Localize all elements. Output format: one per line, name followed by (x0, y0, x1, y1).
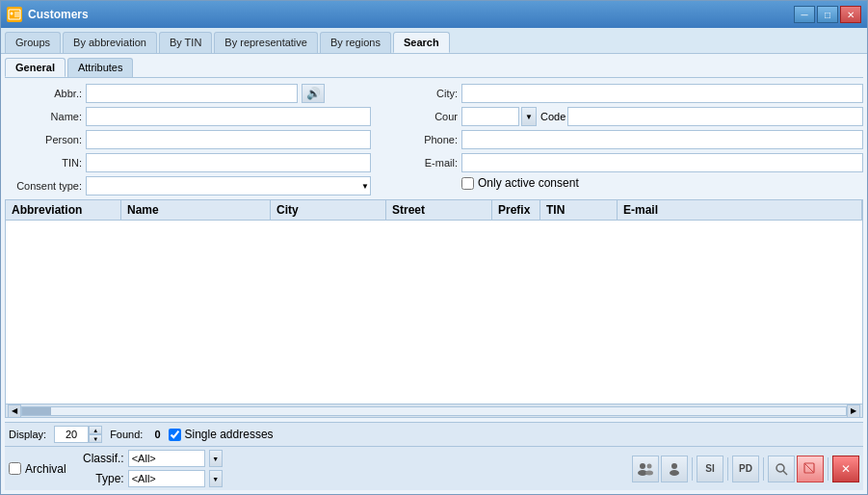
tab-by-regions[interactable]: By regions (320, 32, 391, 53)
archival-check-row: Archival (9, 462, 66, 476)
display-value[interactable]: 20 (54, 426, 89, 443)
email-input[interactable] (461, 153, 863, 172)
edit-action-btn[interactable] (797, 456, 824, 482)
classif-arrow-icon[interactable]: ▼ (209, 450, 223, 467)
type-row: Type: <All>Option1Option2 ▼ (76, 470, 223, 487)
data-grid: Abbreviation Name City Street Prefix TIN… (5, 199, 863, 418)
person-label: Person: (5, 134, 82, 145)
found-value: 0 (154, 429, 160, 440)
spin-up-btn[interactable]: ▲ (89, 426, 102, 434)
active-consent-checkbox[interactable] (461, 177, 474, 190)
cour-row: Cour ▼ Code (381, 107, 863, 126)
classif-type-section: Classif.: <All>Option1Option2 ▼ Type: <A… (76, 450, 223, 487)
tab-general[interactable]: General (5, 58, 66, 77)
type-select[interactable]: <All>Option1Option2 (128, 470, 205, 487)
col-email: E-mail (618, 200, 862, 220)
single-addresses-row: Single addresses (169, 428, 274, 441)
app-icon (7, 7, 22, 22)
svg-point-10 (670, 470, 679, 476)
h-scrollbar-track[interactable] (21, 406, 847, 416)
close-win-btn[interactable]: ✕ (840, 6, 861, 23)
search-action-btn[interactable] (768, 456, 795, 482)
form-area: Abbr.: 🔊 Name: Person: TIN: Conse (5, 84, 863, 195)
window-title: Customers (28, 8, 794, 21)
grid-body[interactable] (6, 221, 862, 404)
svg-line-12 (783, 471, 787, 475)
col-tin: TIN (540, 200, 618, 220)
main-tabs: Groups By abbreviation By TIN By represe… (1, 28, 867, 54)
main-window: Customers ─ □ ✕ Groups By abbreviation B… (0, 0, 868, 495)
form-right: City: Cour ▼ Code Phone: (381, 84, 863, 195)
maximize-btn[interactable]: □ (817, 6, 838, 23)
col-street: Street (386, 200, 492, 220)
classif-select[interactable]: <All>Option1Option2 (128, 450, 205, 467)
horizontal-scrollbar: ◀ ▶ (6, 404, 862, 417)
archival-checkbox[interactable] (9, 462, 21, 475)
title-buttons: ─ □ ✕ (794, 6, 861, 23)
consent-type-row: Consent type: ▼ (5, 176, 371, 195)
consent-type-label: Consent type: (5, 180, 82, 192)
tab-by-abbreviation[interactable]: By abbreviation (63, 32, 157, 53)
col-city: City (271, 200, 386, 220)
form-left: Abbr.: 🔊 Name: Person: TIN: Conse (5, 84, 371, 195)
close-action-btn[interactable]: ✕ (832, 456, 859, 482)
name-input[interactable] (86, 107, 371, 126)
tin-row: TIN: (5, 153, 371, 172)
single-addresses-label: Single addresses (185, 428, 274, 441)
single-addresses-checkbox[interactable] (169, 429, 181, 441)
city-input[interactable] (461, 84, 863, 103)
consent-type-select[interactable] (86, 176, 371, 195)
scroll-left-btn[interactable]: ◀ (8, 404, 21, 418)
tab-by-tin[interactable]: By TIN (159, 32, 212, 53)
archival-label: Archival (25, 462, 66, 476)
tin-input[interactable] (86, 153, 371, 172)
tab-search[interactable]: Search (393, 32, 450, 53)
phone-input[interactable] (461, 130, 863, 149)
phone-label: Phone: (381, 134, 458, 145)
name-label: Name: (5, 111, 82, 122)
cour-select[interactable] (461, 107, 519, 126)
person-row: Person: (5, 130, 371, 149)
email-row: E-mail: (381, 153, 863, 172)
users-action-btn[interactable] (632, 456, 659, 482)
classif-row: Classif.: <All>Option1Option2 ▼ (76, 450, 223, 467)
active-consent-check-row: Only active consent (461, 176, 579, 190)
person-action-btn[interactable] (661, 456, 688, 482)
svg-point-11 (776, 464, 784, 472)
person-input[interactable] (86, 130, 371, 149)
svg-line-14 (804, 463, 814, 473)
cour-controls: ▼ Code (461, 107, 863, 126)
city-row: City: (381, 84, 863, 103)
bottom-bar-1: Display: 20 ▲ ▼ Found: 0 Single addresse… (5, 422, 863, 446)
abbr-row: Abbr.: 🔊 (5, 84, 371, 103)
type-arrow-icon[interactable]: ▼ (209, 470, 223, 487)
cour-label: Cour (381, 111, 458, 122)
svg-point-5 (640, 463, 645, 469)
classif-label: Classif.: (76, 452, 124, 465)
minimize-btn[interactable]: ─ (794, 6, 815, 23)
abbr-input[interactable] (86, 84, 298, 103)
sound-button[interactable]: 🔊 (302, 84, 325, 103)
si-btn[interactable]: SI (697, 456, 723, 482)
btn-separator-1 (692, 457, 693, 481)
pd-btn[interactable]: PD (732, 456, 759, 482)
col-name: Name (121, 200, 271, 220)
svg-point-7 (647, 463, 652, 468)
spin-down-btn[interactable]: ▼ (89, 434, 102, 443)
scroll-right-btn[interactable]: ▶ (847, 404, 860, 418)
tab-by-representative[interactable]: By representative (214, 32, 318, 53)
code-label: Code (540, 111, 566, 122)
col-prefix: Prefix (492, 200, 540, 220)
display-label: Display: (9, 429, 46, 440)
col-abbreviation: Abbreviation (6, 200, 121, 220)
tab-attributes[interactable]: Attributes (67, 58, 133, 77)
code-input[interactable] (567, 107, 863, 126)
cour-arrow-icon[interactable]: ▼ (521, 107, 537, 126)
h-scrollbar-thumb (22, 407, 51, 415)
btn-separator-3 (763, 457, 764, 481)
name-row: Name: (5, 107, 371, 126)
tab-groups[interactable]: Groups (5, 32, 61, 53)
found-label: Found: (110, 429, 143, 440)
grid-header: Abbreviation Name City Street Prefix TIN… (6, 200, 862, 221)
tin-label: TIN: (5, 157, 82, 169)
